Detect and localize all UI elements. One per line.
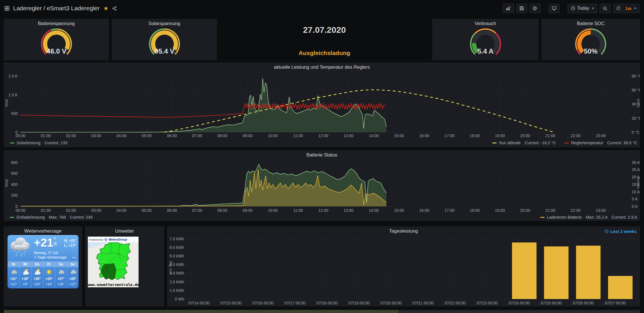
svg-text:07/23 00:00: 07/23 00:00: [477, 301, 498, 305]
more-dots-icon[interactable]: •••: [72, 256, 76, 259]
share-icon[interactable]: [112, 6, 117, 11]
panel-title[interactable]: Wettervorhersage: [4, 228, 82, 234]
svg-text:07/16 00:00: 07/16 00:00: [253, 301, 274, 305]
legend-color-dash: [10, 217, 14, 218]
forecast-day-Do: Do+20°+10°: [31, 261, 43, 288]
panel-date-info: 27.07.2020 Ausgleichsladung: [267, 19, 381, 56]
panel-title[interactable]: Verbrauch: [432, 21, 539, 26]
forecast-subtitle[interactable]: 7-Tage-Vorhersage: [34, 255, 67, 259]
meteogroup-brand: MeteoGroup: [109, 238, 127, 241]
svg-text:08:00: 08:00: [217, 208, 227, 213]
panel-title[interactable]: aktuelle Leistung und Temperatur des Reg…: [4, 64, 640, 70]
svg-text:80 °C: 80 °C: [632, 74, 640, 78]
tv-mode-button[interactable]: [548, 4, 560, 13]
battery-status-chart[interactable]: 00:0001:0002:0003:0004:0005:0006:0007:00…: [4, 150, 640, 221]
degree-sign: °: [54, 237, 57, 241]
panel-title[interactable]: Tagesleistung: [167, 228, 640, 234]
legend-series-name[interactable]: Ladestrom Batterie: [547, 215, 582, 219]
refresh-icon: [616, 6, 621, 11]
time-range-picker[interactable]: Today: [568, 4, 598, 13]
svg-text:21:00: 21:00: [545, 133, 555, 138]
legend-stat: Current: 133: [44, 141, 68, 145]
daily-yield-bar-chart[interactable]: 07/14 00:0007/15 00:0007/16 00:0007/17 0…: [167, 226, 640, 306]
day-low-temp: +16°: [55, 282, 67, 288]
svg-text:0 °C: 0 °C: [632, 130, 639, 135]
partly-icon: [21, 268, 29, 276]
temp-unit: C: [54, 241, 57, 246]
forecast-day-Fr: Fr+23°+14°: [43, 261, 55, 288]
storm-warning-map: Powered by MeteoGroup: [88, 237, 139, 287]
svg-text:02:00: 02:00: [66, 133, 76, 138]
legend-series-name[interactable]: Entladeleistung: [17, 215, 45, 219]
weather-widget[interactable]: +21 ° C H: +21° L: +17° Montag, 27 Juli …: [7, 235, 79, 288]
svg-text:07/26 00:00: 07/26 00:00: [573, 301, 594, 305]
star-icon[interactable]: ★: [103, 5, 109, 11]
svg-text:21:00: 21:00: [545, 208, 555, 213]
svg-text:25 A: 25 A: [632, 167, 640, 172]
forecast-day-Mi: Mi+19°+9°: [20, 261, 32, 288]
panel-leistung-temperatur: aktuelle Leistung und Temperatur des Reg…: [4, 62, 640, 147]
forecast-day-Sa: Sa+27°+16°: [55, 261, 67, 288]
legend-color-dash: [540, 217, 545, 218]
chevron-down-icon: [634, 8, 636, 9]
panel-title[interactable]: Unwetter: [85, 228, 164, 234]
svg-text:18:00: 18:00: [470, 133, 480, 138]
day-name: Mi: [20, 261, 31, 267]
panel-title[interactable]: Batteriespannung: [4, 21, 109, 26]
svg-text:03:00: 03:00: [91, 208, 101, 213]
dashboard-grid-icon[interactable]: [5, 6, 9, 11]
refresh-button[interactable]: 1m: [613, 4, 639, 13]
dashboard-settings-button[interactable]: ⚙: [529, 4, 541, 13]
chart-legend-right: Sun altitudeCurrent: -16.2 °CReglertempe…: [492, 141, 637, 145]
day-name: So: [67, 261, 79, 267]
day-low-temp: +9°: [20, 282, 31, 288]
panel-title[interactable]: Batterie Status: [4, 152, 640, 158]
svg-text:13:00: 13:00: [344, 133, 354, 138]
svg-text:16:00: 16:00: [419, 208, 429, 213]
weather-date: Montag, 27 Juli: [34, 251, 58, 255]
svg-text:1.0 kWh: 1.0 kWh: [170, 288, 184, 293]
dashboard-title[interactable]: Laderegler / eSmart3 Laderegler: [13, 5, 100, 12]
svg-text:800: 800: [11, 160, 18, 165]
svg-text:Grad: Grad: [636, 99, 640, 107]
svg-text:07/14 00:00: 07/14 00:00: [188, 301, 210, 305]
svg-text:07/18 00:00: 07/18 00:00: [316, 301, 338, 305]
svg-text:10 A: 10 A: [632, 190, 640, 194]
zoom-out-button[interactable]: [600, 4, 611, 13]
legend-item[interactable]: ReglertemperaturCurrent: 38.0 °C: [564, 141, 637, 145]
time-range-link[interactable]: Last 2 weeks: [605, 229, 637, 234]
legend-item[interactable]: EntladeleistungMax: 768Current: 245: [10, 215, 93, 219]
current-date: 27.07.2020: [267, 25, 381, 35]
svg-text:23:00: 23:00: [596, 133, 606, 138]
solar-voltage-gauge: 95.4 V: [140, 26, 189, 60]
svg-text:13:00: 13:00: [344, 208, 354, 213]
legend-series-name[interactable]: Sun altitude: [499, 141, 521, 145]
svg-text:20:00: 20:00: [520, 133, 530, 138]
svg-text:07/25 00:00: 07/25 00:00: [541, 301, 562, 305]
power-temperature-chart[interactable]: 00:0001:0002:0003:0004:0005:0006:0007:00…: [4, 62, 640, 147]
low-temp: L: +17°: [64, 244, 76, 248]
svg-text:15:00: 15:00: [394, 208, 404, 213]
add-panel-button[interactable]: [503, 4, 514, 13]
panel-title[interactable]: Solarspannung: [112, 21, 217, 26]
legend-item[interactable]: SolarleistungCurrent: 133: [10, 141, 67, 145]
time-range-link-label: Last 2 weeks: [610, 229, 637, 234]
svg-text:17:00: 17:00: [444, 208, 454, 213]
panel-title[interactable]: Batterie SOC: [541, 21, 640, 26]
legend-item[interactable]: Ladestrom BatterieMax: 25.2 ACurrent: 2.…: [540, 215, 637, 219]
svg-text:5.0 kWh: 5.0 kWh: [170, 254, 184, 258]
svg-text:10:00: 10:00: [268, 133, 278, 138]
svg-text:Watt: Watt: [4, 99, 9, 107]
powered-by-label: Powered by: [89, 238, 103, 241]
save-dashboard-button[interactable]: [516, 4, 527, 13]
partial-panel-strip: [4, 310, 640, 313]
svg-text:400: 400: [11, 182, 18, 187]
legend-series-name[interactable]: Reglertemperatur: [571, 141, 603, 145]
legend-series-name[interactable]: Solarleistung: [17, 141, 40, 145]
svg-text:01:00: 01:00: [41, 208, 51, 213]
svg-text:30 A: 30 A: [632, 160, 640, 165]
legend-item[interactable]: Sun altitudeCurrent: -16.2 °C: [492, 141, 556, 145]
svg-text:07/24 00:00: 07/24 00:00: [509, 301, 530, 305]
svg-text:500: 500: [11, 111, 18, 116]
svg-text:6.0 kWh: 6.0 kWh: [170, 245, 184, 250]
